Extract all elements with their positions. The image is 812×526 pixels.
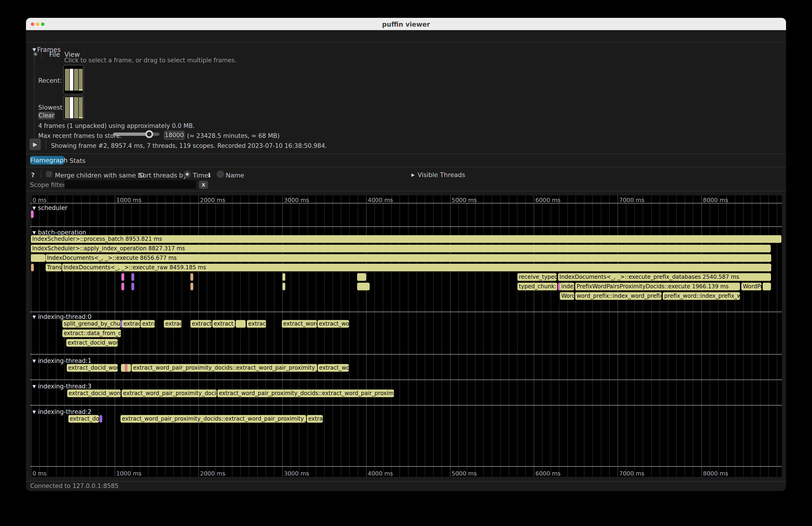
frame-bar[interactable]	[65, 97, 69, 118]
flame-bar[interactable]	[282, 283, 285, 290]
ruler-tick-label: 5000 ms	[452, 470, 477, 477]
merge-children-label[interactable]: Merge children with same ID	[55, 172, 145, 179]
flame-bar[interactable]: extra	[141, 320, 155, 328]
flame-bar[interactable]: IndexDocuments<_, _>::execute_raw 8459.1…	[62, 264, 771, 271]
max-frames-value[interactable]: 18000	[164, 131, 185, 140]
flame-bar[interactable]: extract_	[190, 320, 212, 328]
sort-name-label[interactable]: Name	[226, 172, 244, 179]
flame-bar[interactable]	[357, 283, 369, 290]
flame-bar[interactable]: extract_word_pair_proximity_docids	[122, 390, 217, 397]
frame-bar[interactable]	[79, 69, 83, 89]
flame-bar[interactable]: Trans	[46, 264, 62, 271]
flame-bar[interactable]	[121, 283, 124, 290]
flame-bar[interactable]: split_grenad_by_chun	[62, 320, 120, 328]
frames-collapse-triangle[interactable]: ▼	[32, 47, 36, 53]
flame-bar[interactable]: IndexDocuments<_, _>::execute 8656.677 m…	[46, 254, 771, 262]
recent-frames-thumbnail[interactable]	[63, 65, 84, 94]
flame-bar[interactable]: extract_docid_word	[66, 339, 118, 347]
toolbar-divider	[46, 139, 46, 150]
help-button[interactable]: ?	[31, 172, 35, 179]
play-button[interactable]: ▶	[29, 138, 41, 150]
flame-bar[interactable]: prefix_word::index_prefix_wo	[663, 292, 740, 300]
tab-stats[interactable]: Stats	[70, 157, 86, 164]
tab-flamegraph[interactable]: Flamegraph	[30, 156, 64, 164]
thread-header-scheduler[interactable]: ▼scheduler	[32, 204, 68, 211]
flame-bar[interactable]: typed_chunk::w	[518, 283, 557, 290]
flame-bar[interactable]: PrefixWordPairsProximityDocids::execute …	[575, 283, 740, 290]
flame-bar[interactable]: extract_word_pair_proximity_docids::extr…	[132, 364, 317, 372]
merge-children-checkbox[interactable]	[46, 171, 52, 177]
flame-bar[interactable]	[763, 283, 771, 290]
flame-bar[interactable]	[125, 364, 128, 372]
flame-bar[interactable]: IndexScheduler>::apply_index_operation 8…	[31, 245, 771, 252]
flame-bar[interactable]	[31, 210, 33, 218]
visible-threads-triangle[interactable]: ▶	[411, 172, 415, 177]
frame-bar[interactable]	[65, 69, 69, 91]
slowest-frames-thumbnail[interactable]	[63, 96, 84, 120]
flame-bar[interactable]: extract_wo	[318, 320, 349, 328]
sort-time-radio[interactable]	[184, 171, 191, 178]
ruler-tick-label: 3000 ms	[284, 470, 309, 477]
flame-bar[interactable]: IndexDocuments<_, _>::execute_prefix_dat…	[558, 273, 771, 281]
flame-bar[interactable]: WordPr	[741, 283, 762, 290]
max-frames-hint: (≈ 23428.5 minutes, ≈ 68 MB)	[187, 132, 280, 139]
flame-bar[interactable]: Word	[560, 292, 574, 300]
flame-bar[interactable]	[31, 264, 34, 271]
flamegraph-canvas[interactable]: 0 ms0 ms1000 ms1000 ms2000 ms2000 ms3000…	[30, 195, 782, 477]
flame-bar[interactable]: IndexScheduler>::process_batch 8953.821 …	[31, 235, 781, 243]
thread-section-separator	[30, 466, 782, 467]
flame-bar[interactable]: extract_word_pair_proximity_docids::extr…	[217, 390, 394, 397]
flame-bar[interactable]: extract_	[212, 320, 235, 328]
thread-header-indexing-thread:2[interactable]: ▼indexing-thread:2	[32, 408, 91, 415]
thread-header-indexing-thread:1[interactable]: ▼indexing-thread:1	[32, 357, 91, 364]
frame-bar[interactable]	[74, 97, 78, 118]
frames-header[interactable]: Frames	[37, 46, 61, 54]
ruler-tick-label: 7000 ms	[619, 470, 644, 477]
flame-bar[interactable]: extract_doc	[68, 415, 99, 423]
flame-bar[interactable]	[31, 254, 45, 262]
flame-bar[interactable]: extract_word_pair_proximity_docids::extr…	[120, 415, 306, 423]
scope-filter-input[interactable]	[64, 180, 196, 189]
collapse-triangle-icon: ▼	[32, 205, 36, 210]
frames-summary: 4 frames (1 unpacked) using approximatel…	[38, 122, 195, 129]
flame-bar[interactable]: extrac	[164, 320, 182, 328]
flame-bar[interactable]: extract_docid_word	[67, 390, 121, 397]
flame-bar[interactable]: extract	[122, 320, 140, 328]
frame-bar[interactable]	[74, 69, 78, 91]
flame-bar[interactable]: extract_word	[282, 320, 317, 328]
sort-direction-arrow-icon[interactable]: ⬇	[207, 172, 212, 179]
flame-bar[interactable]	[282, 273, 285, 281]
frame-bar-selected[interactable]	[70, 69, 73, 91]
clear-frames-button[interactable]: Clear	[38, 112, 55, 119]
flame-bar[interactable]	[190, 283, 193, 290]
ruler-tick-label: 4000 ms	[368, 470, 393, 477]
flame-bar[interactable]	[99, 415, 102, 423]
ruler-tick-label: 2000 ms	[200, 470, 225, 477]
flame-bar[interactable]: index	[560, 283, 574, 290]
frame-bar-selected[interactable]	[70, 97, 73, 118]
flame-bar[interactable]	[190, 273, 193, 281]
visible-threads-header[interactable]: Visible Threads	[418, 171, 465, 178]
thread-header-indexing-thread:0[interactable]: ▼indexing-thread:0	[32, 313, 91, 320]
flame-bar[interactable]: extract_docid_word	[67, 364, 118, 372]
tabs-separator-bottom	[26, 167, 786, 167]
flame-bar[interactable]	[131, 273, 134, 281]
sort-name-radio[interactable]	[217, 171, 224, 178]
flame-bar[interactable]	[121, 273, 124, 281]
flame-bar[interactable]: extrac	[307, 415, 323, 423]
thread-header-batch-operation[interactable]: ▼batch-operation	[32, 229, 86, 236]
flame-bar[interactable]	[131, 283, 134, 290]
sort-time-label[interactable]: Time	[193, 172, 208, 179]
flame-bar[interactable]: word_prefix::index_word_prefix_	[575, 292, 662, 300]
flame-bar[interactable]	[236, 320, 246, 328]
menubar-separator	[26, 42, 786, 43]
flame-bar[interactable]: extract	[247, 320, 266, 328]
flame-bar[interactable]: extract_wo	[318, 364, 349, 372]
max-frames-slider-handle[interactable]	[145, 130, 153, 138]
scope-filter-clear-button[interactable]: x	[199, 181, 208, 189]
frame-bar[interactable]	[79, 97, 83, 117]
flame-bar[interactable]	[357, 273, 366, 281]
flame-bar[interactable]: extract::data_from_ob	[62, 330, 121, 337]
thread-header-indexing-thread:3[interactable]: ▼indexing-thread:3	[32, 383, 91, 390]
flame-bar[interactable]: receive_typed_	[518, 273, 556, 281]
